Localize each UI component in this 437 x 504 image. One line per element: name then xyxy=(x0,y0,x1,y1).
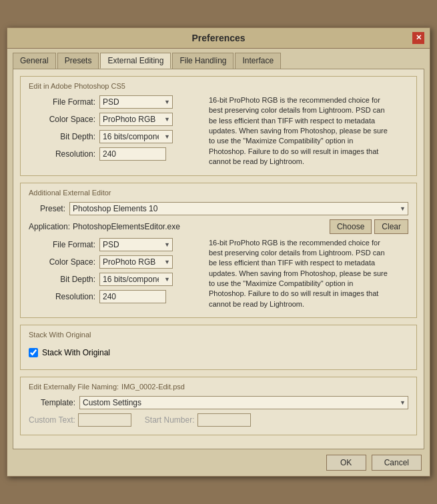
section1-description: 16-bit ProPhoto RGB is the recommended c… xyxy=(209,95,389,167)
template-select[interactable]: Custom Settings Filename Date - Filename xyxy=(79,396,408,409)
dialog-footer: OK Cancel xyxy=(7,449,430,476)
stack-checkbox-label: Stack With Original xyxy=(42,348,110,357)
color-space-select-wrapper-1: ProPhoto RGB sRGB xyxy=(99,113,173,126)
section-naming-title: Edit Externally File Naming: xyxy=(29,383,119,391)
bit-depth-select-1[interactable]: 16 bits/componen 8 bits/componen xyxy=(99,130,173,143)
resolution-input-2[interactable]: 240 xyxy=(99,290,166,303)
naming-value: IMG_0002-Edit.psd xyxy=(121,383,185,391)
section-photoshop: Edit in Adobe Photoshop CS5 File Format:… xyxy=(20,76,417,176)
start-number-input[interactable] xyxy=(197,413,251,427)
resolution-row-1: Resolution: 240 xyxy=(29,147,202,161)
tab-file-handling[interactable]: File Handling xyxy=(172,53,234,69)
custom-text-input[interactable] xyxy=(78,413,131,427)
color-space-row-2: Color Space: ProPhoto RGB sRGB xyxy=(29,255,202,269)
custom-text-item: Custom Text: xyxy=(29,413,131,427)
bit-depth-select-wrapper-1: 16 bits/componen 8 bits/componen xyxy=(99,130,173,143)
file-format-select-wrapper-2: PSD TIFF xyxy=(99,238,173,251)
bit-depth-select-2[interactable]: 16 bits/componen 8 bits/componen xyxy=(99,273,173,286)
stack-checkbox-row: Stack With Original xyxy=(29,344,408,361)
preferences-dialog: Preferences ✕ General Presets External E… xyxy=(7,27,430,477)
section-additional-editor: Additional External Editor Preset: Photo… xyxy=(20,183,417,319)
section2-description: 16-bit ProPhoto RGB is the recommended c… xyxy=(209,238,389,310)
tab-presets[interactable]: Presets xyxy=(57,53,99,69)
section-stack: Stack With Original Stack With Original xyxy=(20,325,417,370)
file-format-row-1: File Format: PSD TIFF xyxy=(29,95,202,109)
start-number-item: Start Number: xyxy=(145,413,251,427)
section-additional-title: Additional External Editor xyxy=(29,189,408,197)
bit-depth-label-2: Bit Depth: xyxy=(29,275,95,284)
choose-button[interactable]: Choose xyxy=(330,219,372,234)
bit-depth-row-1: Bit Depth: 16 bits/componen 8 bits/compo… xyxy=(29,130,202,143)
ok-button[interactable]: OK xyxy=(326,455,366,471)
file-format-row-2: File Format: PSD TIFF xyxy=(29,238,202,251)
bit-depth-row-2: Bit Depth: 16 bits/componen 8 bits/compo… xyxy=(29,273,202,286)
app-buttons: Choose Clear xyxy=(330,219,408,234)
close-button[interactable]: ✕ xyxy=(412,32,424,44)
section-photoshop-title: Edit in Adobe Photoshop CS5 xyxy=(29,82,408,90)
file-format-label-2: File Format: xyxy=(29,240,95,249)
color-space-select-2[interactable]: ProPhoto RGB sRGB xyxy=(99,255,173,269)
clear-button[interactable]: Clear xyxy=(374,219,408,234)
resolution-row-2: Resolution: 240 xyxy=(29,290,202,303)
color-space-row-1: Color Space: ProPhoto RGB sRGB xyxy=(29,113,202,126)
dialog-title: Preferences xyxy=(25,33,412,43)
color-space-select-1[interactable]: ProPhoto RGB sRGB xyxy=(99,113,173,126)
section-stack-title: Stack With Original xyxy=(29,331,408,339)
custom-text-label: Custom Text: xyxy=(29,415,75,425)
tabs-bar: General Presets External Editing File Ha… xyxy=(7,49,430,69)
tab-general[interactable]: General xyxy=(13,53,56,69)
title-bar: Preferences ✕ xyxy=(7,28,430,49)
stack-checkbox[interactable] xyxy=(29,348,38,357)
preset-select-wrapper: Photoshop Elements 10 xyxy=(69,202,408,215)
resolution-label-2: Resolution: xyxy=(29,292,95,301)
file-format-select-2[interactable]: PSD TIFF xyxy=(99,238,173,251)
template-label: Template: xyxy=(29,398,75,407)
file-format-select-1[interactable]: PSD TIFF xyxy=(99,95,173,109)
application-row: Application: PhotoshopElementsEditor.exe… xyxy=(29,219,408,234)
application-label: Application: xyxy=(29,222,70,231)
cancel-button[interactable]: Cancel xyxy=(372,455,422,471)
content-area: Edit in Adobe Photoshop CS5 File Format:… xyxy=(13,69,424,449)
file-format-select-wrapper-1: PSD TIFF xyxy=(99,95,173,109)
preset-select[interactable]: Photoshop Elements 10 xyxy=(69,202,408,215)
bit-depth-label-1: Bit Depth: xyxy=(29,132,95,141)
template-select-wrapper: Custom Settings Filename Date - Filename xyxy=(79,396,408,409)
preset-row: Preset: Photoshop Elements 10 xyxy=(29,202,408,215)
color-space-label-2: Color Space: xyxy=(29,257,95,267)
file-format-label-1: File Format: xyxy=(29,97,95,107)
application-value: PhotoshopElementsEditor.exe xyxy=(73,222,330,231)
template-row: Template: Custom Settings Filename Date … xyxy=(29,396,408,409)
tab-interface[interactable]: Interface xyxy=(235,53,281,69)
resolution-input-1[interactable]: 240 xyxy=(99,147,166,161)
color-space-label-1: Color Space: xyxy=(29,115,95,124)
tab-external-editing[interactable]: External Editing xyxy=(100,53,171,69)
start-number-label: Start Number: xyxy=(145,415,195,425)
preset-label: Preset: xyxy=(29,204,65,213)
color-space-select-wrapper-2: ProPhoto RGB sRGB xyxy=(99,255,173,269)
section-naming: Edit Externally File Naming: IMG_0002-Ed… xyxy=(20,377,417,435)
bit-depth-select-wrapper-2: 16 bits/componen 8 bits/componen xyxy=(99,273,173,286)
resolution-label-1: Resolution: xyxy=(29,149,95,159)
bottom-row: Custom Text: Start Number: xyxy=(29,413,408,427)
